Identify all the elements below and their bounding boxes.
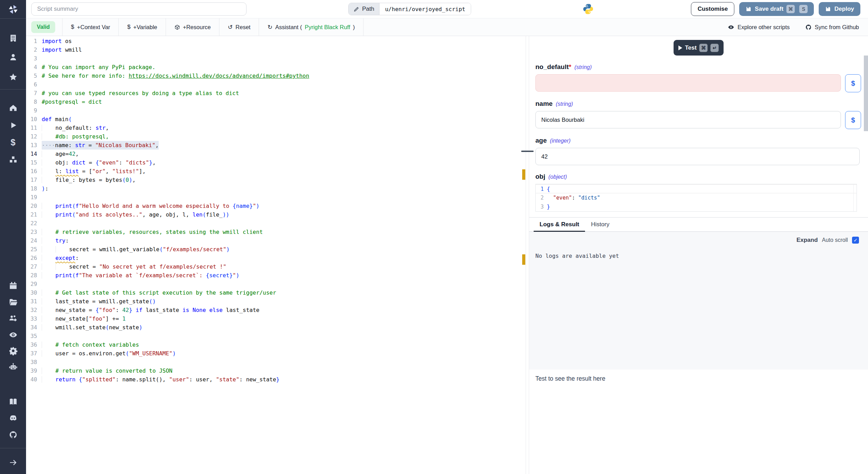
code-line: 2 "even": "dicts"	[536, 193, 857, 202]
reset-button[interactable]: ↺ Reset	[219, 18, 259, 36]
toolbar-left: Valid $ +Context Var $ +Variable +Resour…	[26, 18, 364, 36]
customise-button[interactable]: Customise	[691, 2, 734, 16]
discord-icon[interactable]	[8, 413, 18, 423]
python-logo-icon	[582, 3, 594, 15]
github-icon[interactable]	[8, 430, 18, 440]
workers-robot-icon[interactable]	[8, 362, 18, 372]
sidebar-divider	[0, 89, 26, 90]
groups-users-gear-icon[interactable]	[8, 313, 18, 323]
code-line: 4# You can import any PyPi package.	[26, 63, 526, 71]
save-draft-label: Save draft	[755, 6, 783, 12]
insert-variable-button[interactable]: $	[845, 74, 861, 92]
splitter-handle[interactable]	[521, 151, 534, 152]
main-area: Path u/henri/overjoyed_script Customise …	[26, 0, 868, 474]
code-line: 15 obj: dict = {"even": "dicts"},	[26, 158, 526, 167]
code-line: 27 secret = "No secret yet at f/examples…	[26, 262, 526, 271]
path-label-segment: Path	[349, 3, 379, 15]
settings-gear-icon[interactable]	[8, 346, 18, 356]
autoscroll-label: Auto scroll	[822, 237, 848, 243]
assistant-button[interactable]: ↻ Assistant (Pyright Black Ruff)	[259, 18, 363, 36]
expand-button[interactable]: Expand	[796, 237, 818, 244]
collapse-arrow-right-icon[interactable]	[8, 457, 18, 468]
field-name: name (string) $	[535, 100, 868, 129]
windmill-logo-icon[interactable]	[8, 4, 18, 15]
logs-empty-message: No logs are available yet	[529, 244, 868, 259]
code-line: 38	[26, 358, 526, 366]
code-line: 17 file_: bytes = bytes(0),	[26, 176, 526, 184]
save-draft-button[interactable]: Save draft ⌘ S	[739, 2, 814, 16]
sync-from-github-link[interactable]: Sync from Github	[805, 24, 859, 31]
age-input[interactable]	[535, 148, 860, 165]
refresh-icon: ↻	[267, 24, 272, 31]
code-line: 9	[26, 106, 526, 115]
warning-marker	[522, 254, 525, 265]
explore-other-scripts-link[interactable]: Explore other scripts	[728, 24, 790, 31]
add-context-var-button[interactable]: $ +Context Var	[62, 18, 118, 36]
add-variable-button[interactable]: $ +Variable	[119, 18, 165, 36]
test-button[interactable]: Test ⌘ ↵	[674, 40, 724, 56]
logs-controls: Expand Auto scroll ✓	[529, 232, 868, 244]
script-summary-input[interactable]	[31, 2, 247, 16]
obj-json-editor[interactable]: 1{2 "even": "dicts"3}	[535, 184, 857, 212]
save-icon	[825, 6, 831, 12]
code-line: 11 no_default: str,	[26, 124, 526, 132]
code-line: 3}	[536, 202, 857, 211]
favorites-star-icon[interactable]	[8, 72, 18, 82]
tab-history[interactable]: History	[585, 218, 615, 231]
code-line: 34 wmill.set_state(new_state)	[26, 323, 526, 332]
runs-play-icon[interactable]	[8, 120, 18, 130]
warning-marker	[522, 169, 525, 180]
code-line: 16 l: list = ["or", "lists!"],	[26, 167, 526, 176]
required-mark: *	[569, 63, 571, 71]
code-line: 31 last_state = wmill.get_state()	[26, 297, 526, 306]
autoscroll-checkbox[interactable]: ✓	[852, 237, 859, 244]
toolbar-separator	[363, 18, 364, 36]
panel-scrollbar[interactable]	[864, 56, 868, 131]
github-icon	[805, 24, 812, 31]
sidebar-divider	[0, 18, 26, 19]
logs-pane: Expand Auto scroll ✓ No logs are availab…	[529, 232, 868, 370]
pencil-icon	[353, 6, 359, 12]
kbd-cmd: ⌘	[699, 44, 708, 52]
code-line: 21 print("and its acolytes..", age, obj,…	[26, 210, 526, 219]
no-default-input[interactable]	[535, 74, 841, 92]
path-editor[interactable]: Path u/henri/overjoyed_script	[348, 3, 471, 15]
insert-variable-button[interactable]: $	[845, 111, 861, 129]
schedules-calendar-icon[interactable]	[8, 280, 18, 291]
content-row: 1import os2import wmill34# You can impor…	[26, 36, 868, 474]
kbd-s: S	[799, 5, 808, 13]
docs-book-icon[interactable]	[8, 397, 18, 407]
code-line: 30 # Get last state of this script execu…	[26, 288, 526, 297]
workspace-building-icon[interactable]	[8, 33, 18, 43]
home-icon[interactable]	[8, 103, 18, 113]
field-no-default: no_default* (string) $	[535, 63, 868, 92]
code-line: 12 #db: postgresql,	[26, 132, 526, 141]
field-label: name (string)	[535, 100, 868, 108]
reset-icon: ↺	[228, 24, 233, 31]
resources-cubes-icon[interactable]	[8, 154, 18, 165]
user-icon[interactable]	[8, 52, 18, 62]
variables-dollar-icon[interactable]: $	[8, 137, 18, 147]
folders-icon[interactable]	[8, 297, 18, 307]
tab-logs-result[interactable]: Logs & Result	[534, 218, 585, 232]
path-value: u/henri/overjoyed_script	[379, 3, 471, 15]
right-panel: Test ⌘ ↵ no_default* (string) $	[529, 36, 868, 474]
code-editor[interactable]: 1import os2import wmill34# You can impor…	[26, 36, 526, 474]
code-line: 2import wmill	[26, 45, 526, 54]
eye-icon	[728, 24, 734, 31]
add-resource-button[interactable]: +Resource	[166, 18, 219, 36]
code-line: 36 # fetch context variables	[26, 340, 526, 349]
code-line: 40 return {"splitted": name.split(), "us…	[26, 375, 526, 384]
audit-eye-icon[interactable]	[8, 330, 18, 340]
code-line: 13····name: str = "Nicolas Bourbaki",	[26, 141, 526, 150]
code-line: 19	[26, 193, 526, 202]
deploy-label: Deploy	[834, 6, 854, 12]
code-line: 26 except:	[26, 254, 526, 262]
deploy-button[interactable]: Deploy	[819, 2, 860, 16]
name-input[interactable]	[535, 111, 841, 128]
code-line: 3	[26, 54, 526, 63]
topbar: Path u/henri/overjoyed_script Customise …	[26, 0, 868, 18]
panel-splitter[interactable]	[526, 36, 529, 474]
result-tabs: Logs & Result History	[529, 218, 868, 232]
kbd-enter: ↵	[710, 44, 719, 52]
